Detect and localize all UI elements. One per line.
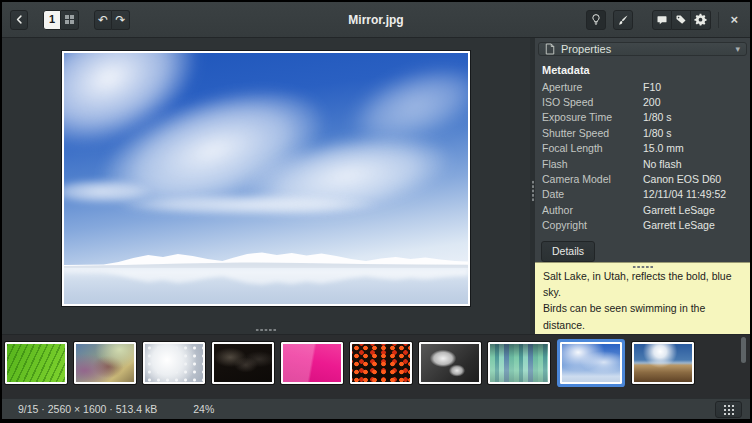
cloud-shape — [121, 194, 380, 217]
close-icon: × — [730, 12, 738, 27]
annotation-group — [652, 10, 711, 30]
metadata-row: Shutter Speed1/80 s — [542, 125, 743, 140]
brush-icon — [617, 14, 629, 26]
edit-button[interactable] — [613, 10, 633, 30]
metadata-row: Camera ModelCanon EOS D60 — [542, 171, 743, 186]
metadata-value: Canon EOS D60 — [643, 173, 721, 185]
grip-dots-icon — [531, 180, 535, 202]
metadata-label: Date — [542, 188, 643, 200]
tag-button[interactable] — [672, 10, 691, 30]
metadata-value: 1/80 s — [643, 111, 672, 123]
metadata-value: 1/80 s — [643, 127, 672, 139]
comment-button[interactable] — [652, 10, 672, 30]
metadata-label: Author — [542, 204, 643, 216]
properties-sidebar: Properties ▾ Metadata ApertureF10ISO Spe… — [535, 38, 750, 334]
metadata-value: No flash — [643, 158, 682, 170]
zoom-level: 24% — [193, 403, 214, 415]
thumbnail-pink-fabric[interactable] — [281, 342, 343, 384]
metadata-heading: Metadata — [535, 58, 750, 79]
rotate-left-icon: ↶ — [98, 14, 108, 26]
content-area: Properties ▾ Metadata ApertureF10ISO Spe… — [2, 38, 750, 334]
metadata-row: Date12/11/04 11:49:52 — [542, 187, 743, 202]
back-button[interactable] — [10, 10, 28, 30]
thumbnail-dark-leaves[interactable] — [212, 342, 274, 384]
rotate-right-button[interactable]: ↷ — [112, 10, 130, 30]
thumbnail-blue-sky[interactable] — [560, 342, 622, 384]
thumbnail-image — [490, 344, 548, 382]
gear-icon — [694, 13, 707, 26]
cloud-shape — [62, 179, 153, 204]
metadata-label: Shutter Speed — [542, 127, 643, 139]
mountain-range — [64, 248, 468, 268]
metadata-row: CopyrightGarrett LeSage — [542, 218, 743, 233]
rotate-left-button[interactable]: ↶ — [94, 10, 112, 30]
thumbnail-image — [634, 344, 692, 382]
comment-bubble-icon — [656, 14, 668, 26]
close-button[interactable]: × — [726, 12, 742, 27]
thumbnail-orange-berries[interactable] — [350, 342, 412, 384]
metadata-row: Focal Length15.0 mm — [542, 141, 743, 156]
properties-dropdown-label: Properties — [561, 43, 611, 55]
main-photo — [62, 51, 470, 306]
thumbnail-image — [7, 344, 65, 382]
metadata-table: ApertureF10ISO Speed200Exposure Time1/80… — [535, 79, 750, 233]
header-bar: Mirror.jpg 1 ↶ ↷ — [2, 2, 750, 38]
screen-frame: Mirror.jpg 1 ↶ ↷ — [0, 0, 752, 423]
thumbnail-autumn-plant[interactable] — [74, 342, 136, 384]
properties-toggle-button[interactable] — [586, 10, 606, 30]
metadata-label: Copyright — [542, 219, 643, 231]
image-viewer-window: Mirror.jpg 1 ↶ ↷ — [2, 2, 750, 419]
grid-view-button[interactable] — [61, 10, 79, 30]
gallery-grid-button[interactable] — [715, 401, 742, 418]
thumbnail-desert-landscape[interactable] — [632, 342, 694, 384]
metadata-value: 12/11/04 11:49:52 — [643, 188, 726, 200]
thumbnail-image — [76, 344, 134, 382]
rotate-right-icon: ↷ — [116, 14, 126, 26]
image-comment-note[interactable]: Salt Lake, in Utah, reflects the bold, b… — [535, 262, 750, 338]
thumbnail-teal-streaks[interactable] — [488, 342, 550, 384]
lightbulb-icon — [590, 13, 602, 26]
properties-dropdown[interactable]: Properties ▾ — [538, 42, 747, 56]
thumbnail-image — [283, 344, 341, 382]
grip-dots-icon — [632, 265, 654, 269]
thumbnail-image — [352, 344, 410, 382]
metadata-row: AuthorGarrett LeSage — [542, 202, 743, 217]
settings-button[interactable] — [691, 10, 711, 30]
metadata-row: ISO Speed200 — [542, 94, 743, 109]
thumbnail-scrollbar[interactable] — [741, 337, 746, 363]
details-button[interactable]: Details — [541, 241, 595, 262]
metadata-value: 15.0 mm — [643, 142, 684, 154]
metadata-row: ApertureF10 — [542, 79, 743, 94]
rotate-group: ↶ ↷ — [94, 10, 130, 30]
thumbnail-image — [214, 344, 272, 382]
metadata-value: 200 — [643, 96, 661, 108]
metadata-value: Garrett LeSage — [643, 219, 715, 231]
metadata-label: Exposure Time — [542, 111, 643, 123]
metadata-value: F10 — [643, 81, 661, 93]
thumbnail-water-drops[interactable] — [419, 342, 481, 384]
thumbnail-strip — [2, 334, 750, 398]
thumbnail-pane-resize-handle[interactable] — [255, 328, 277, 332]
metadata-label: ISO Speed — [542, 96, 643, 108]
metadata-value: Garrett LeSage — [643, 204, 715, 216]
water-reflection — [64, 268, 468, 304]
tag-icon — [675, 14, 687, 26]
document-icon — [545, 43, 555, 55]
grid-icon — [723, 404, 734, 415]
single-view-button[interactable]: 1 — [43, 10, 61, 30]
thumbnail-image — [145, 344, 203, 382]
chevron-left-icon — [15, 14, 24, 25]
metadata-label: Aperture — [542, 81, 643, 93]
thumbnail-green-leaf[interactable] — [5, 342, 67, 384]
metadata-label: Camera Model — [542, 173, 643, 185]
metadata-row: FlashNo flash — [542, 156, 743, 171]
chevron-down-icon: ▾ — [735, 44, 740, 54]
thumbnail-image — [562, 344, 620, 382]
thumbnail-white-fluff[interactable] — [143, 342, 205, 384]
sidebar-resize-handle[interactable] — [530, 38, 535, 334]
image-canvas — [2, 38, 530, 334]
status-bar: 9/15 · 2560 × 1600 · 513.4 kB 24% — [2, 398, 750, 419]
header-separator — [718, 12, 719, 28]
metadata-row: Exposure Time1/80 s — [542, 110, 743, 125]
metadata-label: Focal Length — [542, 142, 643, 154]
